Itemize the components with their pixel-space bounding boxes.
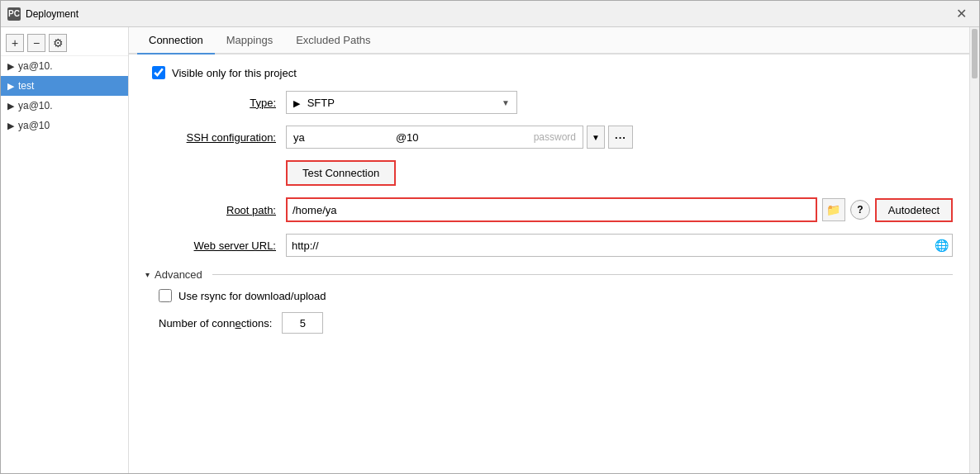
- ssh-config-row: SSH configuration: ya @10 password ▼ ···: [145, 126, 953, 149]
- type-row: Type: ▶ SFTP ▼: [145, 91, 953, 114]
- connections-row: Number of connections:: [145, 312, 953, 334]
- main-content: + − ⚙ ▶ ya @10. ▶ test ▶ ya @10.: [1, 27, 979, 473]
- scrollbar[interactable]: [969, 27, 979, 473]
- sidebar-item-4[interactable]: ▶ ya @10: [1, 116, 128, 135]
- web-url-label: Web server URL:: [145, 239, 286, 252]
- server-icon-3: ▶: [7, 101, 14, 111]
- sidebar-item-label-1: ya @10.: [18, 60, 121, 72]
- tab-mappings[interactable]: Mappings: [215, 27, 284, 55]
- visible-only-row: Visible only for this project: [145, 66, 953, 79]
- right-panel: Connection Mappings Excluded Paths Visib…: [129, 27, 969, 473]
- connections-label: Number of connections:: [159, 317, 272, 329]
- sidebar: + − ⚙ ▶ ya @10. ▶ test ▶ ya @10.: [1, 27, 129, 473]
- web-url-input-wrapper: 🌐: [286, 234, 953, 257]
- tabs-bar: Connection Mappings Excluded Paths: [129, 27, 969, 55]
- advanced-toggle-icon: ▾: [145, 270, 150, 279]
- root-path-container: [286, 197, 817, 222]
- ssh-host-text: @10: [396, 131, 419, 144]
- dropdown-arrow-icon: ▼: [502, 98, 510, 107]
- test-connection-row: Test Connection: [145, 160, 953, 186]
- browse-button[interactable]: 📁: [822, 198, 845, 221]
- root-path-row: Root path: 📁 ? Autodetect: [145, 197, 953, 222]
- sidebar-item-label-2: test: [18, 80, 121, 92]
- root-path-group: 📁 ? Autodetect: [286, 197, 953, 222]
- sidebar-item-label-4: ya @10: [18, 120, 121, 131]
- ssh-label: SSH configuration:: [145, 131, 286, 144]
- settings-button[interactable]: ⚙: [49, 34, 67, 52]
- test-connection-button[interactable]: Test Connection: [286, 160, 396, 186]
- form-area: Visible only for this project Type: ▶ SF…: [129, 55, 969, 473]
- sidebar-toolbar: + − ⚙: [1, 31, 128, 56]
- sidebar-item-label-3: ya @10.: [18, 100, 121, 111]
- ssh-user-blurred: [343, 131, 358, 144]
- title-bar: PC Deployment ✕: [1, 1, 979, 27]
- sftp-icon: ▶: [293, 98, 300, 108]
- remove-server-button[interactable]: −: [27, 34, 45, 52]
- visible-only-checkbox[interactable]: [152, 66, 165, 79]
- scroll-thumb[interactable]: [972, 29, 978, 78]
- help-button[interactable]: ?: [850, 200, 870, 220]
- server-icon-4: ▶: [7, 121, 14, 131]
- ssh-config-display[interactable]: ya @10 password: [286, 126, 583, 149]
- window-title: Deployment: [26, 8, 949, 20]
- type-label: Type:: [145, 97, 286, 109]
- web-url-input[interactable]: [287, 235, 930, 256]
- ssh-password-hint: password: [534, 131, 576, 143]
- autodetect-button[interactable]: Autodetect: [875, 198, 953, 222]
- root-path-label: Root path:: [145, 204, 286, 216]
- tab-excluded-paths[interactable]: Excluded Paths: [284, 27, 382, 55]
- deployment-window: PC Deployment ✕ + − ⚙ ▶ ya @10.: [0, 0, 980, 474]
- sidebar-item-3[interactable]: ▶ ya @10.: [1, 96, 128, 116]
- close-button[interactable]: ✕: [949, 6, 973, 22]
- rsync-row: Use rsync for download/upload: [145, 289, 953, 302]
- ssh-host-blurred: [457, 131, 496, 144]
- rsync-checkbox[interactable]: [159, 289, 172, 302]
- root-path-input[interactable]: [288, 199, 800, 220]
- root-path-blurred: [800, 204, 816, 216]
- rsync-label: Use rsync for download/upload: [178, 290, 326, 302]
- ssh-user-text: ya: [293, 131, 305, 144]
- server-icon-1: ▶: [7, 61, 14, 72]
- add-server-button[interactable]: +: [6, 34, 24, 52]
- visible-only-label: Visible only for this project: [172, 67, 297, 79]
- advanced-header[interactable]: ▾ Advanced: [145, 268, 953, 281]
- app-icon: PC: [7, 7, 21, 21]
- advanced-label: Advanced: [155, 268, 202, 281]
- globe-icon: 🌐: [930, 235, 952, 256]
- sidebar-item-1[interactable]: ▶ ya @10.: [1, 56, 128, 76]
- advanced-section: ▾ Advanced Use rsync for download/upload…: [145, 268, 953, 334]
- ssh-dropdown-button[interactable]: ▼: [587, 126, 605, 149]
- connections-input[interactable]: [282, 312, 323, 334]
- web-url-row: Web server URL: 🌐: [145, 234, 953, 257]
- ssh-input-group: ya @10 password ▼ ···: [286, 126, 633, 149]
- sidebar-item-2[interactable]: ▶ test: [1, 76, 128, 96]
- type-dropdown[interactable]: ▶ SFTP ▼: [286, 91, 517, 114]
- tab-connection[interactable]: Connection: [137, 27, 215, 55]
- ssh-more-button[interactable]: ···: [608, 126, 633, 149]
- server-icon-2: ▶: [7, 81, 14, 92]
